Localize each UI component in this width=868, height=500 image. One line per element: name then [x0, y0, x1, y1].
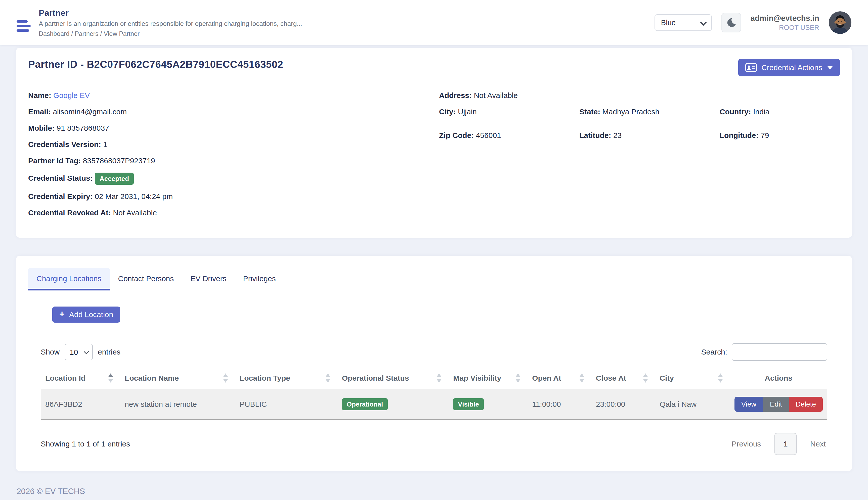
field-name-label: Name:: [28, 91, 51, 100]
charging-locations-pane: + Add Location Show 10 entries Search:: [28, 291, 840, 455]
search-label: Search:: [701, 348, 727, 356]
locations-table: Location Id Location Name Location Type …: [41, 368, 827, 420]
add-location-label: Add Location: [69, 310, 113, 319]
cell-location-name: new station at remote: [120, 389, 235, 420]
view-button[interactable]: View: [734, 397, 763, 412]
sort-icon: [436, 373, 442, 383]
field-address: Address: Not Available: [439, 91, 840, 100]
field-mobile-value: 91 8357868037: [57, 124, 109, 132]
field-longitude-label: Longitude:: [720, 131, 759, 139]
field-country-value: India: [753, 107, 769, 116]
cell-close-at: 23:00:00: [591, 389, 655, 420]
entries-summary: Showing 1 to 1 of 1 entries: [41, 440, 130, 448]
cell-open-at: 11:00:00: [527, 389, 591, 420]
column-header-close-at[interactable]: Close At: [591, 368, 655, 389]
partner-details-left: Name: Google EV Email: alisomin4@gmail.c…: [28, 91, 439, 225]
cell-actions: View Edit Delete: [730, 389, 827, 420]
page-1-button[interactable]: 1: [775, 433, 797, 455]
theme-select[interactable]: Blue: [655, 14, 712, 31]
show-label: Show: [41, 348, 59, 356]
search-input[interactable]: [732, 343, 827, 361]
edit-button[interactable]: Edit: [763, 397, 789, 412]
partner-name-link[interactable]: Google EV: [53, 91, 90, 100]
locations-card: Charging Locations Contact Persons EV Dr…: [16, 256, 852, 471]
row-actions: View Edit Delete: [734, 397, 823, 412]
field-address-value: Not Available: [474, 91, 518, 100]
menu-icon[interactable]: [16, 20, 31, 32]
top-bar: Partner A partner is an organization or …: [0, 0, 868, 45]
search-control: Search:: [701, 343, 827, 361]
field-partner-id-tag-value: 8357868037P923719: [83, 157, 155, 165]
field-mobile: Mobile: 91 8357868037: [28, 124, 439, 133]
field-email-label: Email:: [28, 107, 51, 116]
column-label: Map Visibility: [453, 374, 501, 383]
table-header-row: Location Id Location Name Location Type …: [41, 368, 827, 389]
column-label: Location Id: [45, 374, 86, 383]
sort-icon: [223, 373, 228, 383]
field-longitude-value: 79: [761, 131, 769, 139]
column-header-open-at[interactable]: Open At: [527, 368, 591, 389]
field-email-value: alisomin4@gmail.com: [53, 107, 127, 116]
field-city-label: City:: [439, 107, 456, 116]
user-info: admin@evtechs.in ROOT USER: [750, 14, 819, 31]
avatar[interactable]: [829, 11, 852, 34]
column-header-location-id[interactable]: Location Id: [41, 368, 120, 389]
field-partner-id-tag: Partner Id Tag: 8357868037P923719: [28, 156, 439, 165]
table-row: 86AF3BD2 new station at remote PUBLIC Op…: [41, 389, 827, 420]
field-latitude-value: 23: [613, 131, 622, 139]
pagination: Previous 1 Next: [730, 433, 827, 455]
column-label: Location Name: [125, 374, 179, 383]
column-header-location-type[interactable]: Location Type: [235, 368, 337, 389]
delete-button[interactable]: Delete: [789, 397, 823, 412]
field-zip-value: 456001: [476, 131, 501, 139]
field-credential-expiry-value: 02 Mar 2031, 04:24 pm: [95, 192, 173, 201]
field-mobile-label: Mobile:: [28, 124, 55, 132]
field-country: Country: India: [720, 107, 840, 116]
page-subtitle: A partner is an organization or entities…: [39, 20, 302, 27]
page-size-select[interactable]: 10: [65, 344, 93, 360]
column-header-city[interactable]: City: [655, 368, 730, 389]
column-label: Actions: [765, 374, 792, 382]
column-header-operational-status[interactable]: Operational Status: [337, 368, 449, 389]
field-latitude: Latitude: 23: [579, 131, 720, 140]
column-header-map-visibility[interactable]: Map Visibility: [448, 368, 527, 389]
next-page-button[interactable]: Next: [809, 440, 827, 448]
moon-icon: [726, 17, 737, 28]
page-size-control: Show 10 entries: [41, 344, 121, 360]
credential-actions-label: Credential Actions: [761, 63, 822, 72]
tab-contact-persons[interactable]: Contact Persons: [110, 268, 182, 291]
column-label: Close At: [596, 374, 626, 383]
column-label: Open At: [532, 374, 561, 383]
field-state-value: Madhya Pradesh: [602, 107, 659, 116]
field-partner-id-tag-label: Partner Id Tag:: [28, 157, 81, 165]
field-city-value: Ujjain: [458, 107, 477, 116]
field-longitude: Longitude: 79: [720, 131, 840, 140]
column-header-location-name[interactable]: Location Name: [120, 368, 235, 389]
field-name: Name: Google EV: [28, 91, 439, 100]
page-title: Partner: [39, 8, 302, 18]
credential-actions-button[interactable]: Credential Actions: [738, 59, 840, 76]
previous-page-button[interactable]: Previous: [730, 440, 763, 448]
field-credential-status-label: Credential Status:: [28, 174, 93, 182]
user-email: admin@evtechs.in: [750, 14, 819, 22]
add-location-button[interactable]: + Add Location: [52, 307, 120, 322]
field-credential-revoked-value: Not Available: [113, 208, 157, 217]
plus-icon: +: [59, 310, 65, 318]
field-zip-label: Zip Code:: [439, 131, 474, 139]
dark-mode-toggle[interactable]: [721, 13, 741, 32]
column-label: City: [659, 374, 674, 383]
field-credential-expiry-label: Credential Expiry:: [28, 192, 93, 201]
field-credential-expiry: Credential Expiry: 02 Mar 2031, 04:24 pm: [28, 192, 439, 201]
tab-ev-drivers[interactable]: EV Drivers: [182, 268, 235, 291]
field-latitude-label: Latitude:: [579, 131, 611, 139]
sort-icon: [325, 373, 331, 383]
breadcrumb: Dashboard / Partners / View Partner: [39, 30, 302, 37]
id-card-icon: [745, 63, 757, 72]
tab-charging-locations[interactable]: Charging Locations: [28, 268, 110, 291]
cell-operational-status: Operational: [337, 389, 449, 420]
field-address-label: Address:: [439, 91, 472, 100]
field-state: State: Madhya Pradesh: [579, 107, 720, 116]
caret-down-icon: [827, 66, 833, 69]
credential-status-badge: Accepted: [95, 173, 134, 185]
tab-privileges[interactable]: Privileges: [235, 268, 284, 291]
